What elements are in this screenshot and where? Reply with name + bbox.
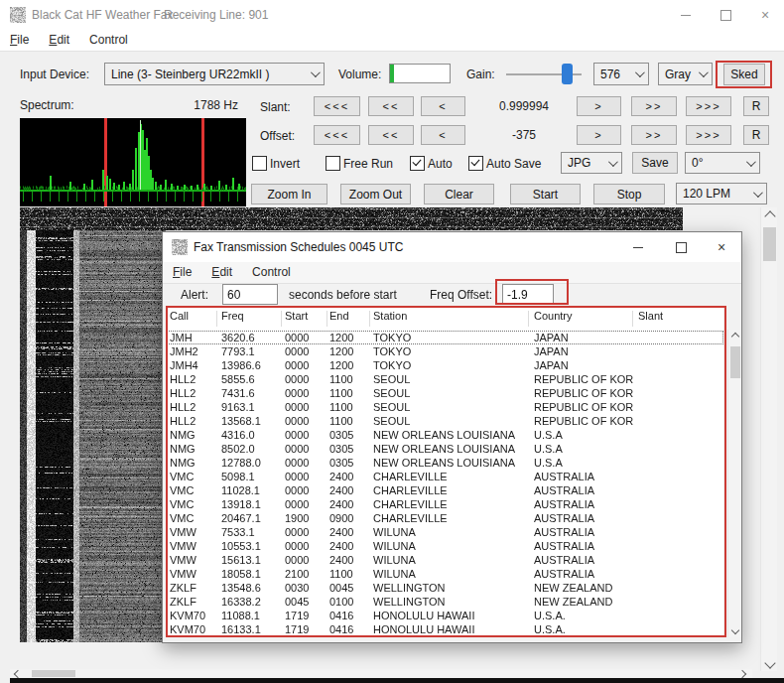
offset-reset-button[interactable]: R <box>743 125 769 145</box>
dialog-menu-edit[interactable]: Edit <box>201 262 242 283</box>
rotation-select[interactable]: 0° <box>685 152 760 174</box>
table-vertical-scrollbar[interactable] <box>727 330 741 637</box>
scroll-down-button[interactable] <box>761 654 778 671</box>
input-device-select[interactable]: Line (3- Steinberg UR22mkII ) <box>104 63 325 85</box>
table-cell: VMC <box>170 470 217 483</box>
horizontal-scroll-thumb[interactable] <box>32 670 75 677</box>
auto-save-checkbox[interactable] <box>468 156 483 171</box>
table-row[interactable]: HLL29163.100001100SEOULREPUBLIC OF KOREA <box>167 400 723 414</box>
auto-checkbox[interactable] <box>410 156 425 171</box>
slant-slow-up-button[interactable]: > <box>577 96 621 116</box>
table-row[interactable]: NMG4316.000000305NEW ORLEANS LOUISIANAU.… <box>167 428 723 442</box>
table-row[interactable]: NMG8502.000000305NEW ORLEANS LOUISIANAU.… <box>167 442 723 456</box>
table-row[interactable]: VMW18058.121001100WILUNAAUSTRALIA <box>167 567 723 581</box>
menu-file[interactable]: File <box>0 30 39 51</box>
table-row[interactable]: JMH413986.600001200TOKYOJAPAN <box>167 358 723 372</box>
table-row[interactable]: VMW10553.100002400WILUNAAUSTRALIA <box>167 539 723 553</box>
table-row[interactable]: HLL213568.100001100SEOULREPUBLIC OF KORE… <box>167 414 723 428</box>
table-cell: U.S.A. <box>534 609 634 622</box>
table-row[interactable]: VMC13918.100002400CHARLEVILLEAUSTRALIA <box>167 497 723 511</box>
table-cell: 11028.1 <box>221 483 281 497</box>
table-row[interactable]: ZKLF16338.200450100WELLINGTONNEW ZEALAND <box>167 595 723 609</box>
column-header-country[interactable]: Country <box>534 310 634 322</box>
column-header-station[interactable]: Station <box>373 310 530 322</box>
table-row[interactable]: JMH3620.600001200TOKYOJAPAN <box>167 331 723 344</box>
table-scroll-thumb[interactable] <box>730 346 740 378</box>
table-scroll-down-button[interactable] <box>728 623 742 637</box>
dialog-maximize-button[interactable] <box>664 232 698 262</box>
column-header-end[interactable]: End <box>329 310 369 322</box>
table-row[interactable]: HLL25855.600001100SEOULREPUBLIC OF KOREA <box>167 372 723 386</box>
freq-offset-input[interactable] <box>502 284 554 305</box>
close-button[interactable]: × <box>748 0 782 30</box>
color-mode-select[interactable]: Gray <box>658 63 713 85</box>
dialog-close-button[interactable]: × <box>704 232 739 262</box>
table-row[interactable]: VMC20467.119000900CHARLEVILLEAUSTRALIA <box>167 511 723 525</box>
table-cell: 9163.1 <box>221 400 281 414</box>
scroll-right-button[interactable] <box>734 669 750 678</box>
slant-med-up-button[interactable]: >> <box>631 96 677 116</box>
invert-checkbox[interactable] <box>252 156 267 171</box>
slant-slow-down-button[interactable]: < <box>421 96 465 116</box>
table-cell: AUSTRALIA <box>534 511 634 525</box>
table-scroll-up-button[interactable] <box>728 330 742 343</box>
scroll-up-button[interactable] <box>761 207 778 224</box>
table-cell: VMW <box>170 525 217 539</box>
offset-slow-up-button[interactable]: > <box>577 125 621 145</box>
main-vertical-scrollbar[interactable] <box>760 207 777 671</box>
table-row[interactable]: VMC5098.100002400CHARLEVILLEAUSTRALIA <box>167 470 723 483</box>
start-button[interactable]: Start <box>510 184 581 205</box>
table-row[interactable]: VMW15613.100002400WILUNAAUSTRALIA <box>167 553 723 567</box>
table-row[interactable]: NMG12788.000000305NEW ORLEANS LOUISIANAU… <box>167 456 723 470</box>
dialog-minimize-button[interactable] <box>621 232 655 262</box>
vertical-scroll-thumb[interactable] <box>763 227 776 261</box>
menu-control[interactable]: Control <box>79 30 138 51</box>
table-row[interactable]: VMC11028.100002400CHARLEVILLEAUSTRALIA <box>167 483 723 497</box>
column-header-call[interactable]: Call <box>170 310 217 322</box>
minimize-button[interactable] <box>669 0 703 30</box>
table-cell: KVM70 <box>170 622 217 636</box>
sked-button[interactable]: Sked <box>723 64 765 85</box>
column-header-freq[interactable]: Freq <box>221 310 281 322</box>
slant-fast-down-button[interactable]: <<< <box>314 96 360 116</box>
clear-button[interactable]: Clear <box>424 184 494 205</box>
column-header-start[interactable]: Start <box>285 310 327 322</box>
table-cell: AUSTRALIA <box>534 553 634 567</box>
slant-fast-up-button[interactable]: >>> <box>686 96 731 116</box>
maximize-button[interactable] <box>709 0 742 30</box>
offset-med-up-button[interactable]: >> <box>631 125 677 145</box>
scroll-left-button[interactable] <box>10 669 26 678</box>
zoom-in-button[interactable]: Zoom In <box>251 184 327 205</box>
table-row[interactable]: JMH27793.100001200TOKYOJAPAN <box>167 344 723 358</box>
slant-reset-button[interactable]: R <box>743 96 769 116</box>
table-cell: HONOLULU HAWAII <box>373 622 530 636</box>
dialog-menu-file[interactable]: File <box>163 262 201 283</box>
table-row[interactable]: KVM7011088.117190416HONOLULU HAWAIIU.S.A… <box>167 609 723 622</box>
free-run-checkbox[interactable] <box>326 156 340 171</box>
table-cell: AUSTRALIA <box>534 470 634 483</box>
zoom-out-button[interactable]: Zoom Out <box>340 184 411 205</box>
main-horizontal-scrollbar[interactable] <box>10 669 752 678</box>
offset-fast-up-button[interactable]: >>> <box>686 125 731 145</box>
save-button[interactable]: Save <box>632 152 678 174</box>
table-row[interactable]: VMW7533.100002400WILUNAAUSTRALIA <box>167 525 723 539</box>
table-row[interactable]: KVM7016133.117190416HONOLULU HAWAIIU.S.A… <box>167 622 723 636</box>
offset-med-down-button[interactable]: << <box>368 125 414 145</box>
stop-button[interactable]: Stop <box>593 184 665 205</box>
gain-slider-thumb[interactable] <box>562 64 573 84</box>
table-cell: HLL2 <box>170 372 217 386</box>
table-row[interactable]: HLL27431.600001100SEOULREPUBLIC OF KOREA <box>167 386 723 400</box>
table-cell: 0000 <box>285 358 327 372</box>
table-cell: AUSTRALIA <box>534 567 634 581</box>
table-row[interactable]: ZKLF13548.600300045WELLINGTONNEW ZEALAND <box>167 581 723 595</box>
dialog-menu-control[interactable]: Control <box>242 262 301 283</box>
lines-per-image-select[interactable]: 576 <box>593 63 649 85</box>
offset-slow-down-button[interactable]: < <box>421 125 465 145</box>
lpm-select[interactable]: 120 LPM <box>676 183 767 205</box>
image-format-select[interactable]: JPG <box>561 152 622 174</box>
column-header-slant[interactable]: Slant <box>638 310 721 322</box>
alert-input[interactable] <box>222 284 278 305</box>
menu-edit[interactable]: Edit <box>39 30 79 51</box>
offset-fast-down-button[interactable]: <<< <box>314 125 360 145</box>
slant-med-down-button[interactable]: << <box>368 96 414 116</box>
